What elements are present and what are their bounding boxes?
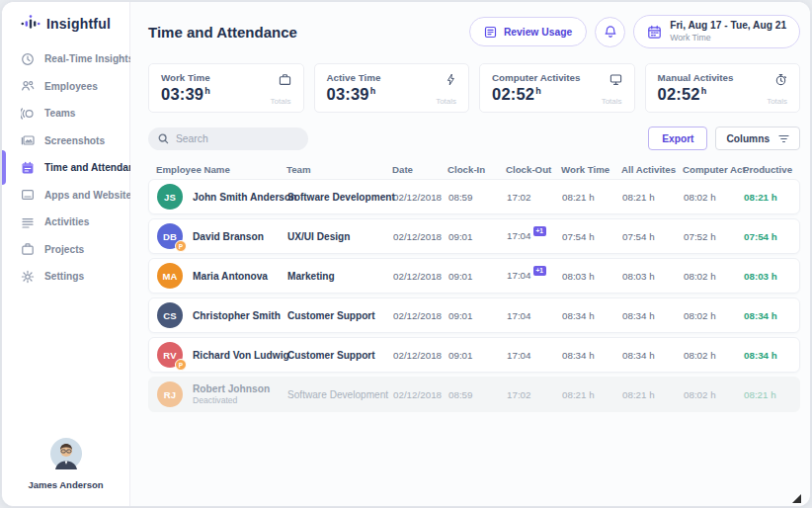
sidebar-nav: Real-Time Insights Employees Teams	[2, 45, 129, 291]
lightning-icon	[446, 73, 456, 86]
clock-out-cell: 17:02	[507, 192, 562, 203]
review-usage-label: Review Usage	[504, 27, 572, 38]
employee-avatar: MA	[157, 263, 183, 289]
stat-label: Work Time	[161, 72, 291, 83]
table-row[interactable]: MA Maria Antonova Marketing 02/12/2018 0…	[148, 258, 800, 294]
column-header-work-time: Work Time	[561, 164, 621, 175]
sidebar: Insightful Real-Time Insights Employees	[2, 2, 130, 506]
all-activities-cell: 08:03 h	[622, 271, 684, 282]
sidebar-item-real-time-insights[interactable]: Real-Time Insights	[2, 45, 129, 73]
table-row[interactable]: JS John Smith Anderson Software Developm…	[148, 179, 800, 214]
computer-act-cell: 08:02 h	[684, 389, 744, 400]
sidebar-item-label: Apps and Websites	[44, 190, 137, 201]
app-window: Insightful Real-Time Insights Employees	[1, 1, 811, 507]
search-box[interactable]	[148, 127, 308, 150]
stat-footer: Totals	[271, 97, 291, 106]
avatar-initials: CS	[163, 310, 177, 321]
clock-in-cell: 09:01	[448, 310, 507, 321]
sidebar-item-label: Screenshots	[44, 135, 105, 146]
review-usage-button[interactable]: Review Usage	[469, 17, 587, 46]
sidebar-item-projects[interactable]: Projects	[2, 236, 129, 264]
browser-icon	[21, 188, 35, 202]
search-icon	[158, 133, 169, 144]
stopwatch-icon	[774, 73, 787, 86]
sidebar-item-apps-and-websites[interactable]: Apps and Websites	[2, 182, 129, 210]
work-time-cell: 07:54 h	[562, 231, 622, 242]
productive-cell: 08:34 h	[744, 350, 791, 361]
sidebar-item-time-and-attendance[interactable]: Time and Attendance	[2, 154, 129, 182]
export-button[interactable]: Export	[648, 127, 707, 150]
clock-in-cell: 08:59	[448, 192, 507, 203]
stat-value: 02:52	[492, 85, 534, 103]
calendar-icon	[647, 25, 662, 40]
sidebar-item-activities[interactable]: Activities	[2, 209, 129, 236]
sidebar-item-label: Settings	[44, 271, 84, 282]
date-cell: 02/12/2018	[393, 231, 448, 242]
sidebar-item-employees[interactable]: Employees	[2, 73, 129, 101]
work-time-cell: 08:34 h	[562, 310, 622, 321]
employee-cell: JS John Smith Anderson	[157, 184, 287, 210]
search-input[interactable]	[176, 133, 298, 144]
insightful-logo-icon	[21, 15, 41, 32]
overnight-badge: +1	[533, 226, 546, 236]
column-header-all-activities: All Activites	[621, 164, 683, 175]
table-row[interactable]: RV P Richard Von Ludwig Customer Support…	[148, 337, 800, 373]
table-row[interactable]: RJ Robert Johnson Deactivated Software D…	[148, 377, 800, 412]
clock-out-cell: 17:04+1	[507, 230, 562, 242]
avatar-initials: MA	[162, 271, 177, 282]
all-activities-cell: 08:21 h	[622, 192, 684, 203]
stat-card-active-time: Active Time 03:39h Totals	[314, 63, 470, 113]
stat-footer: Totals	[767, 97, 787, 106]
sidebar-item-teams[interactable]: Teams	[2, 100, 129, 127]
productive-cell: 07:54 h	[744, 231, 791, 242]
employee-cell: MA Maria Antonova	[157, 263, 287, 289]
date-range-sublabel: Work Time	[670, 33, 786, 43]
table-body: JS John Smith Anderson Software Developm…	[148, 179, 800, 412]
app-logo-text: Insightful	[46, 16, 111, 32]
employee-cell: RV P Richard Von Ludwig	[157, 342, 287, 368]
computer-act-cell: 08:02 h	[684, 271, 744, 282]
computer-act-cell: 07:52 h	[684, 231, 744, 242]
screenshot-icon	[21, 133, 35, 147]
overnight-badge: +1	[533, 266, 546, 276]
employee-status: Deactivated	[193, 395, 270, 405]
all-activities-cell: 08:34 h	[622, 310, 684, 321]
columns-button[interactable]: Columns	[715, 127, 800, 150]
clock-in-cell: 08:59	[448, 389, 507, 400]
sidebar-item-screenshots[interactable]: Screenshots	[2, 127, 129, 155]
teams-icon	[21, 107, 35, 121]
resize-handle[interactable]	[792, 494, 801, 503]
team-cell: Software Development	[287, 389, 393, 400]
employee-avatar: RV P	[157, 342, 183, 368]
table-row[interactable]: DB P David Branson UX/UI Design 02/12/20…	[148, 218, 800, 254]
employee-name: Maria Antonova	[193, 271, 268, 282]
work-time-cell: 08:34 h	[562, 350, 622, 361]
employee-name: Richard Von Ludwig	[193, 350, 289, 361]
date-range-picker[interactable]: Fri, Aug 17 - Tue, Aug 21 Work Time	[633, 15, 800, 48]
employee-name: Robert Johnson	[193, 383, 270, 394]
sidebar-item-settings[interactable]: Settings	[2, 263, 129, 291]
gear-icon	[21, 270, 35, 284]
avatar-initials: RV	[163, 350, 176, 361]
date-cell: 02/12/2018	[393, 389, 448, 400]
employee-name: David Branson	[193, 231, 264, 242]
all-activities-cell: 08:21 h	[622, 389, 684, 400]
stat-value: 03:39	[161, 85, 203, 103]
stat-card-manual-activities: Manual Activites 02:52h Totals	[645, 63, 801, 113]
table-row[interactable]: CS Christopher Smith Customer Support 02…	[148, 297, 800, 333]
briefcase-icon	[21, 242, 35, 256]
column-header-productive: Productive	[743, 164, 792, 175]
bell-icon	[604, 25, 617, 39]
stat-footer: Totals	[436, 97, 456, 106]
user-avatar	[50, 438, 82, 469]
user-profile[interactable]: James Anderson	[2, 438, 129, 490]
employee-avatar: RJ	[157, 381, 183, 407]
clock-out-cell: 17:04	[507, 350, 562, 361]
computer-act-cell: 08:02 h	[684, 192, 744, 203]
clock-out-cell: 17:04+1	[507, 270, 562, 282]
stat-card-work-time: Work Time 03:39h Totals	[148, 63, 304, 113]
notifications-button[interactable]	[595, 17, 625, 47]
sidebar-item-label: Teams	[44, 108, 76, 119]
app-logo[interactable]: Insightful	[2, 2, 129, 32]
review-usage-icon	[484, 26, 497, 39]
